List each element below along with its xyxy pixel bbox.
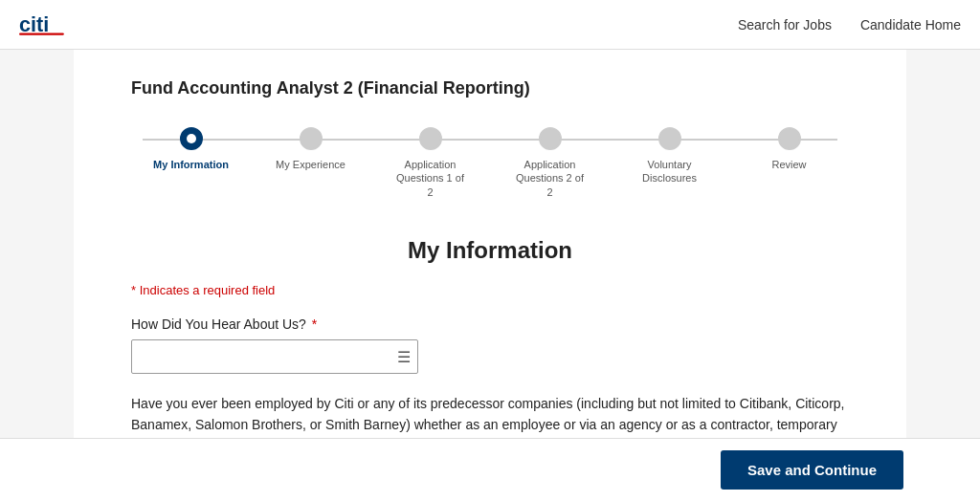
step-label-my-information: My Information (153, 158, 229, 171)
svg-rect-1 (19, 33, 64, 34)
step-app-questions-1: Application Questions 1 of 2 (370, 127, 490, 199)
job-title: Fund Accounting Analyst 2 (Financial Rep… (131, 78, 849, 98)
progress-bar: My Information My Experience Application… (131, 127, 849, 199)
hear-about-us-required-star: * (308, 316, 317, 332)
step-label-review: Review (771, 158, 806, 171)
save-continue-button[interactable]: Save and Continue (721, 450, 903, 490)
step-circle-app-questions-2 (539, 127, 562, 150)
hear-about-us-select-wrapper: LinkedIn Indeed Company Website Referral… (131, 339, 418, 374)
form-title: My Information (131, 237, 849, 264)
bottom-bar: Save and Continue (0, 438, 980, 501)
step-circle-voluntary-disclosures (658, 127, 681, 150)
step-my-information: My Information (131, 127, 251, 171)
hear-about-us-select[interactable]: LinkedIn Indeed Company Website Referral… (131, 339, 418, 374)
search-jobs-link[interactable]: Search for Jobs (738, 17, 832, 33)
step-app-questions-2: Application Questions 2 of 2 (490, 127, 610, 199)
step-my-experience: My Experience (251, 127, 370, 171)
hear-about-us-label: How Did You Hear About Us? * (131, 316, 849, 332)
step-review: Review (729, 127, 849, 171)
header-nav: Search for Jobs Candidate Home (738, 17, 961, 33)
step-circle-my-experience (300, 127, 323, 150)
step-label-app-questions-1: Application Questions 1 of 2 (392, 158, 469, 199)
step-circle-app-questions-1 (419, 127, 442, 150)
step-circle-review (778, 127, 801, 150)
step-label-app-questions-2: Application Questions 2 of 2 (512, 158, 589, 199)
logo: citi (19, 10, 65, 40)
content-area: Fund Accounting Analyst 2 (Financial Rep… (74, 50, 906, 501)
candidate-home-link[interactable]: Candidate Home (860, 17, 961, 33)
step-label-my-experience: My Experience (276, 158, 345, 171)
page-wrapper: Fund Accounting Analyst 2 (Financial Rep… (0, 50, 980, 501)
step-label-voluntary-disclosures: Voluntary Disclosures (632, 158, 708, 185)
step-circle-my-information (180, 127, 203, 150)
header: citi Search for Jobs Candidate Home (0, 0, 980, 50)
required-note-text: Indicates a required field (140, 283, 276, 297)
citi-logo-icon: citi (19, 10, 65, 40)
hear-about-us-group: How Did You Hear About Us? * LinkedIn In… (131, 316, 849, 374)
required-note: * Indicates a required field (131, 283, 849, 297)
required-star: * (131, 283, 136, 297)
step-voluntary-disclosures: Voluntary Disclosures (610, 127, 729, 185)
